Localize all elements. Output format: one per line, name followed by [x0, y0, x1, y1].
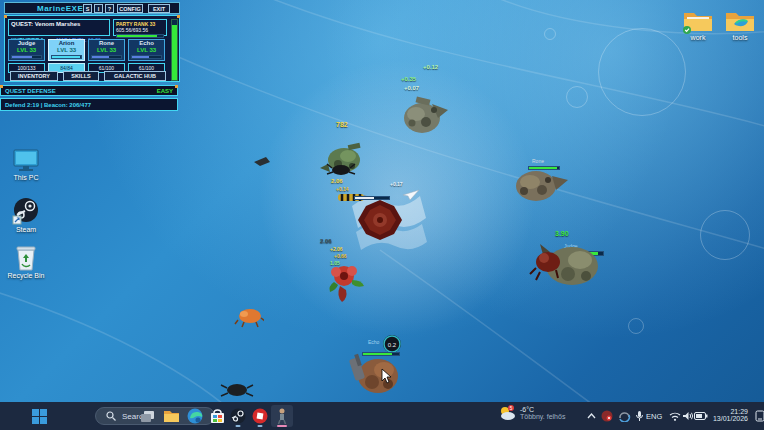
icon-label: Recycle Bin [4, 272, 48, 279]
desktop-icon-steam[interactable]: Steam [4, 196, 48, 233]
bokeh-circle [598, 28, 686, 116]
inventory-button[interactable]: INVENTORY [10, 71, 58, 81]
corner-accent [177, 15, 180, 18]
party-member-rone[interactable]: Rone LVL 33 [88, 39, 125, 61]
critter-enemy-sprite[interactable] [234, 304, 264, 328]
entity-label: Echo [368, 339, 379, 345]
damage-float: +2.06 [330, 246, 343, 252]
weather-condition: Többny. felhős [520, 413, 565, 420]
weather-widget[interactable]: 5 -6°C Többny. felhős [498, 405, 565, 421]
quest-defense-header: QUEST DEFENSE EASY [0, 85, 178, 96]
quest-defense-body: Defend 2:19 | Beacon: 206/477 [0, 98, 178, 111]
weather-temp: -6°C [520, 406, 565, 413]
steam-icon [11, 196, 41, 226]
running-indicator [258, 425, 263, 427]
game-title-bar[interactable]: MarineEXE S I ? CONFIG EXIT [4, 2, 180, 14]
game-character-icon [276, 408, 288, 424]
damage-float: +0.12 [423, 64, 438, 71]
party-rank-box: PARTY RANK 33 605.56/693.56 [113, 19, 167, 36]
this-pc-icon [11, 148, 41, 174]
taskbar: Search [0, 402, 764, 430]
player-ship-sprite[interactable] [348, 350, 404, 400]
store-icon [210, 409, 225, 424]
running-indicator [236, 425, 241, 427]
desktop-icon-this-pc[interactable]: This PC [4, 148, 48, 181]
member-level: LVL 33 [89, 47, 124, 54]
plane-effect-icon [402, 189, 420, 201]
file-explorer-icon [163, 409, 180, 423]
task-view-icon [140, 410, 155, 423]
weather-icon: 5 [498, 405, 516, 421]
bokeh-circle [628, 318, 644, 334]
member-level: LVL 33 [129, 47, 164, 54]
red-app-button[interactable] [249, 405, 271, 427]
file-explorer-button[interactable] [160, 405, 182, 427]
ally-ship-sprite[interactable] [526, 232, 606, 294]
folder-label: work [678, 34, 718, 41]
quest-info-box: QUEST: Venom Marshes XYTHERRA MAP LEVEL:… [8, 19, 110, 36]
microphone-icon [635, 410, 644, 422]
icon-label: This PC [4, 174, 48, 181]
search-icon [106, 411, 116, 421]
windows-logo-icon [32, 409, 47, 424]
bokeh-circle [544, 28, 556, 40]
active-game-button[interactable] [271, 405, 293, 427]
boss-enemy-sprite[interactable] [356, 198, 404, 242]
folder-label: tools [720, 34, 760, 41]
language-indicator[interactable]: ENG [646, 412, 662, 421]
skills-button[interactable]: SKILLS [63, 71, 99, 81]
quest-name: QUEST: Venom Marshes [11, 21, 107, 28]
clock-widget[interactable]: 21:29 13/01/2026 [712, 408, 748, 422]
party-rank-bar [116, 34, 164, 38]
notification-button[interactable] [749, 405, 764, 427]
party-member-arion[interactable]: Arion LVL 33 [48, 39, 85, 61]
member-name: Rone [89, 40, 124, 47]
start-button[interactable] [28, 405, 50, 427]
desktop-icon-recycle-bin[interactable]: Recycle Bin [4, 244, 48, 279]
help-button[interactable]: ? [105, 4, 114, 13]
corner-accent [175, 85, 178, 88]
notification-icon [755, 410, 764, 422]
bokeh-circle [566, 86, 588, 108]
bokeh-circle [700, 210, 750, 260]
edge-icon [187, 408, 203, 424]
stats-button[interactable]: S [83, 4, 92, 13]
party-member-judge[interactable]: Judge LVL 33 [8, 39, 45, 61]
enemy-ship-sprite[interactable] [508, 158, 570, 208]
desktop-folder-work[interactable]: work [678, 8, 718, 41]
steam-taskbar-icon [230, 408, 246, 424]
inventory-shortcut-button[interactable]: I [94, 4, 103, 13]
corner-accent [0, 85, 3, 88]
insect-enemy-sprite[interactable] [220, 380, 254, 400]
battery-button[interactable] [690, 405, 712, 427]
game-title: MarineEXE [37, 4, 83, 13]
edge-browser-button[interactable] [184, 405, 206, 427]
member-name: Echo [129, 40, 164, 47]
game-main-panel: QUEST: Venom Marshes XYTHERRA MAP LEVEL:… [4, 15, 180, 82]
corner-accent [4, 15, 7, 18]
galactic-hub-button[interactable]: GALACTIC HUB [104, 71, 166, 81]
battery-icon [694, 412, 708, 420]
mouse-cursor [381, 368, 393, 384]
flower-enemy-sprite[interactable] [324, 258, 366, 304]
party-rank-xp: 605.56/693.56 [116, 27, 164, 33]
task-view-button[interactable] [136, 405, 158, 427]
quest-defense-difficulty: EASY [157, 88, 173, 95]
clock-date: 13/01/2026 [712, 415, 748, 422]
steam-taskbar-button[interactable] [227, 405, 249, 427]
party-member-echo[interactable]: Echo LVL 33 [128, 39, 165, 61]
buff-value: 0.2 [388, 342, 397, 348]
tray-app1-icon [601, 410, 613, 422]
config-button[interactable]: CONFIG [117, 4, 143, 13]
game-overlay: MarineEXE S I ? CONFIG EXIT QUEST: Venom… [4, 2, 180, 108]
enemy-ship-sprite[interactable] [396, 90, 452, 140]
insect-enemy-sprite[interactable] [326, 162, 356, 178]
desktop-folder-tools[interactable]: tools [720, 8, 760, 41]
exit-button[interactable]: EXIT [148, 4, 170, 13]
damage-float: 2.06 [320, 238, 332, 245]
microsoft-store-button[interactable] [206, 405, 228, 427]
damage-float: +0.35 [401, 76, 416, 83]
small-ship-sprite[interactable] [252, 155, 272, 167]
member-name: Arion [49, 40, 84, 47]
quest-defense-title: QUEST DEFENSE [5, 88, 56, 95]
